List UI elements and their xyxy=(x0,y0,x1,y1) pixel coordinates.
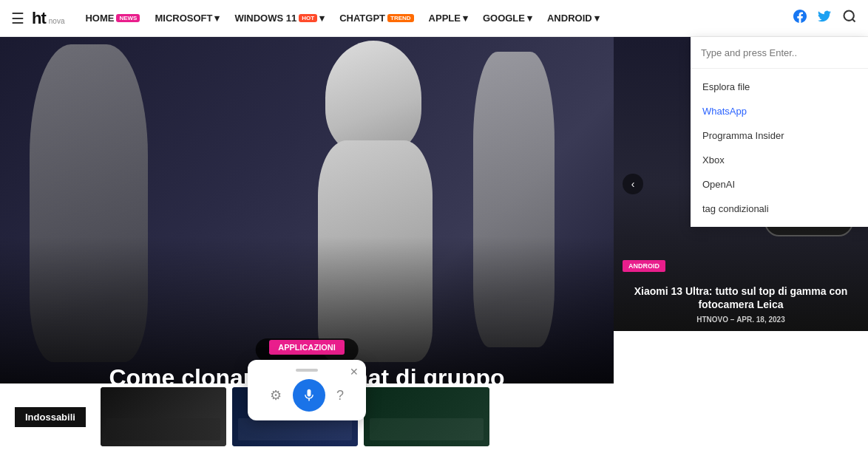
header-icons xyxy=(793,9,857,27)
hero-category-badge: APPLICAZIONI xyxy=(269,340,345,355)
nav-android-label: ANDROID xyxy=(547,13,592,24)
hero-image xyxy=(0,37,614,384)
main-nav: HOME NEWS MICROSOFT ▾ WINDOWS 11 HOT ▾ C… xyxy=(79,9,793,27)
bottom-article-1[interactable] xyxy=(101,387,226,446)
nav-google[interactable]: GOOGLE ▾ xyxy=(477,9,538,27)
logo-ht: ht xyxy=(32,9,46,28)
nav-windows11-badge: HOT xyxy=(299,14,317,22)
nav-chatgpt[interactable]: CHATGPT TREND xyxy=(333,9,419,27)
right-panel: ‹ ANDROID Xiaomi 13 Ultra: tutto sul top… xyxy=(614,37,868,450)
nav-google-chevron: ▾ xyxy=(527,13,532,24)
nav-microsoft-chevron: ▾ xyxy=(214,13,220,24)
nav-android[interactable]: ANDROID ▾ xyxy=(541,9,606,27)
search-input-wrap xyxy=(691,37,868,69)
nav-microsoft[interactable]: MICROSOFT ▾ xyxy=(149,9,226,27)
nav-google-label: GOOGLE xyxy=(483,13,525,24)
search-dropdown: Esplora file WhatsApp Programma Insider … xyxy=(691,37,868,227)
nav-windows11-chevron: ▾ xyxy=(319,13,325,24)
nav-windows11[interactable]: WINDOWS 11 HOT ▾ xyxy=(228,9,330,27)
right-article-badge: ANDROID xyxy=(623,260,665,272)
gear-icon[interactable]: ⚙ xyxy=(270,387,282,403)
nav-apple-chevron: ▾ xyxy=(463,13,468,24)
search-item-tag[interactable]: tag condizionali xyxy=(691,197,868,221)
search-item-esplora[interactable]: Esplora file xyxy=(691,75,868,99)
logo-nova: nova xyxy=(49,17,65,25)
svg-point-0 xyxy=(844,11,854,21)
header-left: ☰ ht nova xyxy=(11,9,64,28)
nav-home-label: HOME xyxy=(85,13,114,24)
bottom-article-3[interactable] xyxy=(364,387,489,446)
search-item-openai[interactable]: OpenAI xyxy=(691,172,868,197)
right-article-content: Xiaomi 13 Ultra: tutto sul top di gamma … xyxy=(623,284,859,324)
right-article-date: APR. 18, 2023 xyxy=(736,316,785,324)
help-icon[interactable]: ? xyxy=(336,388,344,403)
search-item-xbox[interactable]: Xbox xyxy=(691,148,868,172)
nav-android-chevron: ▾ xyxy=(594,13,600,24)
header: ☰ ht nova HOME NEWS MICROSOFT ▾ WINDOWS … xyxy=(0,0,868,37)
main-content: Ascolto in corso... APPLICAZIONI Come cl… xyxy=(0,37,868,450)
nav-home-badge: NEWS xyxy=(116,14,140,22)
right-article-meta: HTNOVO – APR. 18, 2023 xyxy=(623,316,859,324)
nav-microsoft-label: MICROSOFT xyxy=(155,13,212,24)
voice-widget: ✕ ⚙ ? xyxy=(248,360,366,420)
close-icon[interactable]: ✕ xyxy=(350,366,359,378)
right-article-sep: – xyxy=(730,316,735,324)
mic-button[interactable] xyxy=(293,379,325,412)
twitter-icon[interactable] xyxy=(818,10,831,27)
nav-windows11-label: WINDOWS 11 xyxy=(234,13,296,24)
search-input[interactable] xyxy=(701,47,858,58)
facebook-icon[interactable] xyxy=(793,10,807,27)
logo[interactable]: ht nova xyxy=(32,9,64,28)
nav-apple[interactable]: APPLE ▾ xyxy=(423,9,474,27)
hero-section: Ascolto in corso... APPLICAZIONI Come cl… xyxy=(0,37,614,450)
svg-line-1 xyxy=(852,19,855,22)
right-article-title: Xiaomi 13 Ultra: tutto sul top di gamma … xyxy=(623,284,859,311)
nav-home[interactable]: HOME NEWS xyxy=(79,9,146,27)
nav-prev-button[interactable]: ‹ xyxy=(623,174,643,194)
search-item-insider[interactable]: Programma Insider xyxy=(691,123,868,148)
hamburger-menu[interactable]: ☰ xyxy=(11,10,24,27)
voice-controls: ⚙ ? xyxy=(270,379,344,412)
search-item-whatsapp[interactable]: WhatsApp xyxy=(691,99,868,123)
nav-chatgpt-badge: TREND xyxy=(387,14,414,22)
right-article-author: HTNOVO xyxy=(696,316,728,324)
search-icon[interactable] xyxy=(842,9,857,27)
nav-chatgpt-label: CHATGPT xyxy=(339,13,385,24)
bottom-tag-label: Indossabili xyxy=(15,407,86,427)
nav-apple-label: APPLE xyxy=(429,13,461,24)
search-items: Esplora file WhatsApp Programma Insider … xyxy=(691,69,868,227)
voice-handle xyxy=(296,369,318,372)
robot-head xyxy=(325,41,421,155)
